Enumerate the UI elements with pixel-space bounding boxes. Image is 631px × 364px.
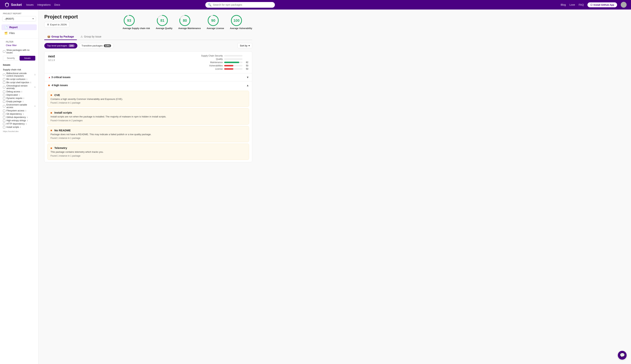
filter-item: Filesystem access ℹ (3, 109, 35, 112)
info-icon[interactable]: ℹ (26, 110, 26, 112)
info-icon[interactable]: ℹ (35, 105, 35, 107)
filter-checkbox[interactable] (3, 113, 5, 115)
info-icon[interactable]: ℹ (27, 116, 28, 118)
filter-checkbox[interactable] (3, 126, 5, 128)
sidebar-item-files[interactable]: 🗂️ Files (2, 30, 37, 36)
chevron-down-icon: ▾ (249, 44, 250, 47)
pkg-score-val: 82 (244, 61, 248, 64)
score-label-license: Average License (207, 27, 224, 30)
root-select[interactable]: . (ROOT) (2, 16, 36, 22)
info-icon[interactable]: ℹ (30, 82, 31, 84)
filter-item-label: Empty package (7, 100, 22, 103)
filter-item-label: Dynamic require (7, 97, 22, 100)
info-icon[interactable]: ℹ (27, 78, 27, 80)
chevron-right-icon: ▾ (247, 76, 248, 79)
root-selector[interactable]: . (ROOT) (0, 16, 38, 24)
info-icon[interactable]: ℹ (23, 113, 24, 115)
pkg-name: next (48, 54, 55, 58)
filter-item-label: GitHub dependency (7, 116, 26, 118)
filter-checkbox[interactable] (3, 74, 5, 76)
show-no-issues-checkbox[interactable] (3, 50, 5, 53)
export-btn[interactable]: ⬇ Export to JSON (44, 22, 69, 27)
high-issue-icon: ◆ (50, 93, 53, 97)
filter-checkbox[interactable] (3, 94, 5, 96)
nav-issues[interactable]: Issues (26, 3, 34, 6)
nav-faq[interactable]: FAQ (579, 3, 584, 6)
filter-item-label: High entropy strings (7, 119, 26, 122)
issue-card-title: Install scripts (54, 111, 72, 114)
filter-item-label: Filesystem access (7, 110, 24, 112)
search-input[interactable] (213, 3, 272, 6)
nav-docs[interactable]: Docs (54, 3, 60, 6)
filter-checkbox[interactable] (3, 116, 5, 118)
tab-by-package[interactable]: 📦 Group by Package (44, 34, 77, 40)
high-issue-icon: ◆ (50, 146, 53, 150)
score-value-quality: 81 (156, 14, 169, 27)
filter-item-label: Git dependency (7, 113, 22, 115)
filter-item-label: Bin script confusion (7, 78, 26, 80)
nav-blog[interactable]: Blog (561, 3, 566, 6)
clear-filter-btn[interactable]: Clear filter (3, 44, 35, 49)
tab-by-issue[interactable]: ⚠ Group by Issue (78, 34, 104, 40)
info-icon[interactable]: ℹ (35, 74, 35, 76)
pkg-score-val: 50 (244, 64, 248, 67)
divider (0, 38, 38, 38)
info-icon[interactable]: ℹ (35, 86, 35, 88)
info-icon[interactable]: ℹ (24, 97, 24, 100)
logo[interactable]: Socket (5, 2, 22, 7)
issues-toggle-btn[interactable]: Issues (20, 56, 36, 60)
sidebar: PROJECT REPORT . (ROOT) 📄 Report 🗂️ File… (0, 10, 39, 364)
nav-love[interactable]: Love (569, 3, 575, 6)
score-label-quality: Average Quality (156, 27, 172, 30)
filter-item-label: Install scripts (7, 126, 19, 128)
chat-bubble[interactable]: 💬 (618, 351, 626, 360)
nav-links: Issues Integrations Docs (26, 3, 60, 6)
info-icon[interactable]: ℹ (20, 126, 21, 128)
pkg-score-row: Maintenance 82 (197, 61, 248, 64)
supply-chain-label: Supply chain risk (3, 67, 35, 72)
info-icon[interactable]: ℹ (19, 94, 20, 96)
info-icon[interactable]: ℹ (27, 120, 28, 122)
filter-item: Environment variable access ℹ (3, 103, 35, 109)
info-icon[interactable]: ℹ (26, 123, 27, 125)
score-quality: 81 Average Quality (156, 14, 172, 30)
critical-header[interactable]: ▲ 3 critical issues ▾ (45, 73, 252, 81)
severity-toggle-btn[interactable]: Severity (3, 56, 19, 60)
filter-checkbox[interactable] (3, 110, 5, 112)
filter-item: HTTP dependency ℹ (3, 122, 35, 126)
transitive-tab[interactable]: Transitive packages 1291 (79, 43, 114, 48)
info-icon[interactable]: ℹ (23, 100, 24, 103)
issue-card-desc: Install scripts are run when the package… (51, 115, 246, 118)
install-github-btn[interactable]: ⬡ Install GitHub App (587, 2, 617, 7)
filter-checkbox[interactable] (3, 90, 5, 93)
search-bar[interactable]: 🔍 (205, 2, 275, 8)
filter-item: Chronological version anomaly ℹ (3, 84, 35, 90)
filter-checkbox[interactable] (3, 105, 5, 107)
filter-checkbox[interactable] (3, 82, 5, 84)
pkg-tabs: Top level packages 144 Transitive packag… (44, 43, 252, 48)
pkg-score-row: License 50 (197, 68, 248, 70)
sidebar-item-report[interactable]: 📄 Report (2, 24, 37, 30)
avatar[interactable] (621, 2, 626, 8)
filter-checkbox[interactable] (3, 86, 5, 88)
filter-checkbox[interactable] (3, 100, 5, 103)
pkg-score-bar (224, 65, 243, 66)
pkg-score-bar-fill (224, 68, 233, 70)
filter-item-label: HTTP dependency (7, 122, 25, 125)
top-level-tab[interactable]: Top level packages 144 (44, 43, 78, 48)
sort-by-btn[interactable]: Sort by ▾ (238, 43, 252, 48)
filter-checkbox[interactable] (3, 97, 5, 100)
pkg-version: 12.1.3 (48, 59, 55, 62)
issue-card-header: ◆ No README (51, 129, 246, 132)
filter-checkbox[interactable] (3, 120, 5, 122)
high-header[interactable]: ◆ 4 high issues ▴ (45, 82, 252, 89)
filter-checkbox[interactable] (3, 78, 5, 80)
filter-item-label: Bin script shell injection (7, 81, 29, 84)
filter-checkbox[interactable] (3, 123, 5, 125)
nav-integrations[interactable]: Integrations (37, 3, 51, 6)
pkg-score-bar-fill (224, 65, 233, 66)
issue-card: ◆ Telemetry This package contains teleme… (48, 144, 249, 160)
filter-item: Debug access ℹ (3, 90, 35, 93)
info-icon[interactable]: ℹ (22, 90, 22, 93)
score-value-maintenance: 80 (178, 14, 191, 27)
